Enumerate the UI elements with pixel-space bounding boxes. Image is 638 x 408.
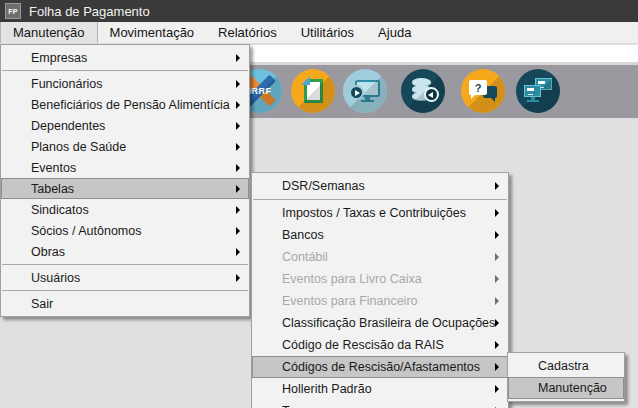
menu-item-classificacao-cbo[interactable]: Classificação Brasileira de Ocupações: [252, 312, 508, 334]
submenu-arrow-icon: [495, 209, 499, 217]
menu-item-cadastra[interactable]: Cadastra: [508, 355, 624, 377]
submenu-arrow-icon: [236, 143, 240, 151]
menubar-item-utilitarios[interactable]: Utilitários: [289, 22, 366, 43]
menu-item-codigo-rescisao-rais[interactable]: Código de Rescisão da RAIS: [252, 334, 508, 356]
chat-bubble-dark-tail: [490, 97, 495, 102]
chat-bubble-tail: [471, 94, 476, 99]
document-icon[interactable]: [291, 69, 335, 113]
monitor-export-icon[interactable]: [343, 69, 387, 113]
window-title: Folha de Pagamento: [29, 4, 150, 19]
help-chat-icon[interactable]: ?: [461, 69, 505, 113]
monitor-stand: [365, 97, 370, 100]
submenu-arrow-icon: [236, 122, 240, 130]
menu-item-dsr-semanas[interactable]: DSR/Semanas: [252, 175, 508, 197]
menu-manutencao: Empresas Funcionários Beneficiários de P…: [0, 44, 250, 317]
submenu-arrow-icon: [495, 182, 499, 190]
menu-item-bancos[interactable]: Bancos: [252, 224, 508, 246]
submenu-arrow-icon: [495, 385, 499, 393]
menu-separator: [253, 199, 507, 200]
menubar-item-relatorios[interactable]: Relatórios: [206, 22, 289, 43]
submenu-arrow-icon: [236, 274, 240, 282]
submenu-arrow-icon: [236, 206, 240, 214]
menubar-item-movimentacao[interactable]: Movimentação: [98, 22, 207, 43]
menu-tabelas: DSR/Semanas Impostos / Taxas e Contribui…: [251, 172, 509, 408]
menu-item-clipped[interactable]: T: [252, 400, 508, 408]
menu-item-dependentes[interactable]: Dependentes: [1, 115, 249, 136]
submenu-arrow-icon: [495, 341, 499, 349]
back-arrow-badge-icon: [424, 87, 439, 102]
submenu-arrow-icon: [236, 54, 240, 62]
menu-item-eventos-financeiro: Eventos para Financeiro: [252, 290, 508, 312]
database-ring: [412, 78, 431, 87]
menu-item-empresas[interactable]: Empresas: [1, 47, 249, 68]
menu-item-codigos-rescisao-afastamentos[interactable]: Códigos de Rescisão/Afastamentos: [252, 356, 508, 378]
menu-item-manutencao[interactable]: Manutenção: [508, 377, 624, 399]
menu-item-socios-autonomos[interactable]: Sócios / Autônomos: [1, 220, 249, 241]
menu-item-usuarios[interactable]: Usuários: [1, 267, 249, 288]
menu-separator: [2, 290, 248, 291]
app-logo-icon: FP: [5, 3, 21, 19]
submenu-arrow-icon: [236, 164, 240, 172]
menu-item-tabelas[interactable]: Tabelas: [1, 178, 249, 199]
submenu-arrow-icon: [236, 101, 240, 109]
remote-monitors-icon[interactable]: [516, 69, 560, 113]
submenu-arrow-icon: [495, 275, 499, 283]
arrow-badge-icon: [349, 85, 364, 100]
submenu-arrow-icon: [236, 227, 240, 235]
menu-item-eventos-livro-caixa: Eventos para Livro Caixa: [252, 268, 508, 290]
submenu-arrow-icon: [236, 248, 240, 256]
menu-separator: [2, 70, 248, 71]
menu-item-eventos[interactable]: Eventos: [1, 157, 249, 178]
menu-separator: [2, 264, 248, 265]
menubar-item-manutencao[interactable]: Manutenção: [0, 22, 98, 43]
submenu-arrow-icon: [495, 253, 499, 261]
database-restore-icon[interactable]: [401, 69, 445, 113]
menu-item-impostos-taxas[interactable]: Impostos / Taxas e Contribuições: [252, 202, 508, 224]
monitor-base: [361, 100, 374, 102]
menu-item-planos-saude[interactable]: Planos de Saúde: [1, 136, 249, 157]
monitor-front-base: [527, 100, 539, 102]
menu-bar: Manutenção Movimentação Relatórios Utili…: [0, 22, 638, 44]
app-window: FP Folha de Pagamento Manutenção Movimen…: [0, 0, 638, 408]
menu-codigos-rescisao: Cadastra Manutenção: [507, 352, 625, 402]
title-bar: FP Folha de Pagamento: [0, 0, 638, 22]
chat-bubble-question: ?: [469, 80, 487, 95]
menu-item-funcionarios[interactable]: Funcionários: [1, 73, 249, 94]
menu-item-sair[interactable]: Sair: [1, 293, 249, 314]
monitor-front: [524, 85, 541, 97]
menu-item-beneficiarios-pensao[interactable]: Beneficiários de Pensão Alimentícia: [1, 94, 249, 115]
submenu-arrow-icon: [236, 185, 240, 193]
menubar-item-ajuda[interactable]: Ajuda: [366, 22, 423, 43]
menu-item-contabil: Contábil: [252, 246, 508, 268]
submenu-arrow-icon: [495, 297, 499, 305]
submenu-arrow-icon: [236, 80, 240, 88]
menu-item-obras[interactable]: Obras: [1, 241, 249, 262]
submenu-arrow-icon: [495, 363, 499, 371]
menu-item-hollerith-padrao[interactable]: Hollerith Padrão: [252, 378, 508, 400]
document-fold-cut: [301, 76, 310, 85]
submenu-arrow-icon: [495, 319, 499, 327]
submenu-arrow-icon: [495, 231, 499, 239]
menu-item-sindicatos[interactable]: Sindicatos: [1, 199, 249, 220]
